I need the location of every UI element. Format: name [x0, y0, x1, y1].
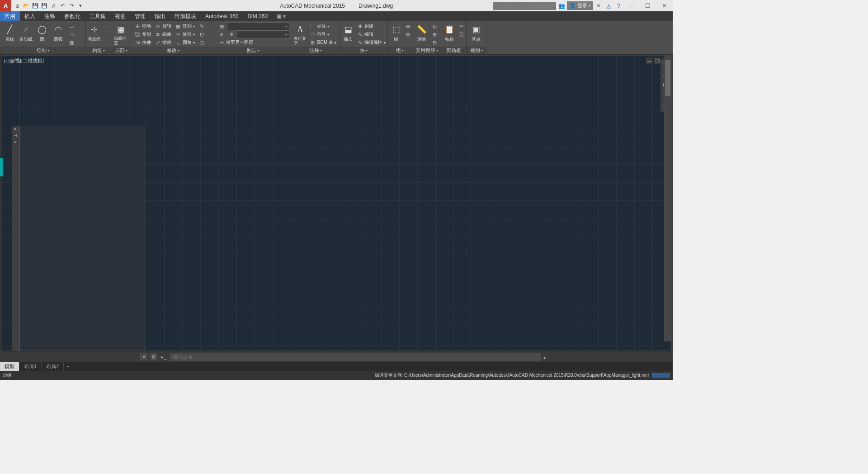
cmd-history-icon[interactable]: ▴ — [543, 355, 551, 360]
tool-palette[interactable]: ✕ ⊣ ≡ 最近工具 — [19, 126, 145, 351]
scale-button[interactable]: ⤢缩放 — [153, 38, 173, 47]
plot-icon[interactable]: 🖨 — [49, 2, 57, 10]
exchange-icon[interactable]: ✕ — [594, 2, 603, 10]
tab-addins[interactable]: 附加模块 — [170, 11, 201, 21]
new-icon[interactable]: 🗎 — [13, 2, 21, 10]
cmd-close-icon[interactable]: ✕ — [140, 353, 147, 360]
group-fly2[interactable]: ⊟ — [403, 30, 412, 38]
saveas-icon[interactable]: 💾 — [40, 2, 48, 10]
layer-selector[interactable]: ▾ — [227, 22, 289, 30]
move-to-layer-button[interactable]: ↪移至另一图层 — [217, 38, 289, 47]
stretch-button[interactable]: ⇲拉伸 — [133, 38, 152, 47]
tab-common[interactable]: 常用 — [0, 11, 20, 21]
save-icon[interactable]: 💾 — [31, 2, 39, 10]
construction-line-button[interactable]: ⊹构造线 — [88, 22, 100, 43]
layer-fly-1[interactable]: ☀ — [217, 30, 226, 38]
doc-restore-icon[interactable]: ❐ — [654, 57, 660, 64]
scrollbar-thumb[interactable] — [665, 60, 670, 96]
search-icon[interactable]: 👥 — [557, 2, 566, 10]
draw-flyout-1[interactable]: ▭ — [67, 22, 76, 30]
layer-fly-2[interactable]: ❄ — [227, 30, 236, 38]
undo-icon[interactable]: ↶ — [58, 2, 66, 10]
status-left-text: 边缘 — [3, 372, 12, 379]
mod-fly-1[interactable]: ✎ — [197, 22, 206, 30]
palette-pin-icon[interactable]: ⊣ — [14, 133, 17, 138]
tab-layout1[interactable]: 布局1 — [19, 362, 42, 371]
move-button[interactable]: ✣移动 — [133, 22, 152, 30]
vertical-scrollbar[interactable] — [664, 56, 671, 341]
insert-block-button[interactable]: ⬓插入 — [342, 22, 354, 43]
tab-bim360[interactable]: BIM 360 — [243, 11, 272, 21]
minimize-button[interactable]: — — [624, 1, 639, 11]
create-block-button[interactable]: ✚创建 — [355, 22, 387, 30]
copy-clip-button[interactable]: ⿻ — [457, 30, 466, 38]
util-fly-3[interactable]: ⊟ — [430, 38, 439, 47]
symbol-button[interactable]: ⦾符号▾ — [308, 30, 338, 38]
baseview-button[interactable]: ▣基点 — [468, 22, 484, 43]
viewport-label[interactable]: [-][俯视][二维线框] — [4, 57, 44, 64]
tab-view[interactable]: 视图 — [110, 11, 130, 21]
drawing-area[interactable]: [-][俯视][二维线框] — ❐ ✕ ⚙ ✋ 🔍 ⟲ ▶ ✕ ⊣ ≡ 最近工具 — [1, 55, 672, 351]
tab-insert[interactable]: 插入 — [20, 11, 40, 21]
tab-parametric[interactable]: 参数化 — [60, 11, 85, 21]
help-icon[interactable]: ? — [614, 2, 623, 10]
close-button[interactable]: ✕ — [656, 1, 672, 11]
mtext-button[interactable]: A多行文字 — [293, 22, 307, 46]
array-button[interactable]: ▦阵列▾ — [174, 22, 196, 30]
dimension-button[interactable]: ⊢标注▾ — [308, 22, 338, 30]
maximize-button[interactable]: ☐ — [640, 1, 656, 11]
group-fly[interactable]: ⊞ — [403, 22, 412, 30]
tab-manage[interactable]: 管理 — [130, 11, 150, 21]
panel-layer-title: 图层▾ — [215, 47, 291, 54]
redo-icon[interactable]: ↷ — [67, 2, 75, 10]
palette-close-icon[interactable]: ✕ — [14, 127, 17, 132]
edit-block-button[interactable]: ✎编辑 — [355, 30, 387, 38]
measure-button[interactable]: 📏测量 — [414, 22, 429, 43]
construct-fly[interactable]: ▫ — [101, 22, 110, 30]
chevron-down-icon[interactable]: ▾ — [47, 48, 49, 52]
rotate-button[interactable]: ⟳旋转 — [153, 22, 173, 30]
command-input[interactable] — [170, 353, 541, 361]
line-button[interactable]: ╱直线 — [2, 22, 17, 43]
copy-button[interactable]: ⿻复制 — [133, 30, 152, 38]
qat-more-icon[interactable]: ▾ — [76, 2, 85, 10]
mod-fly-2[interactable]: ⊡ — [197, 30, 206, 38]
tab-model[interactable]: 模型 — [0, 362, 19, 371]
tab-annotate[interactable]: 注释 — [40, 11, 60, 21]
add-layout-icon[interactable]: + — [64, 364, 72, 369]
draw-flyout-2[interactable]: ⬭ — [67, 30, 76, 38]
trim-button[interactable]: ✂修剪▾ — [174, 30, 196, 38]
circle-button[interactable]: ◯圆 — [34, 22, 50, 43]
edit-attr-button[interactable]: ✎编辑属性▾ — [355, 38, 387, 47]
bom-button[interactable]: ⊞BOM 表▾ — [308, 38, 338, 47]
left-edge-marker[interactable] — [0, 158, 3, 176]
autodesk-icon[interactable]: ◬ — [604, 2, 613, 10]
help-search-input[interactable] — [493, 2, 556, 10]
tab-layout2[interactable]: 布局2 — [42, 362, 64, 371]
paste-button[interactable]: 📋粘贴 — [443, 22, 456, 43]
hide-position-button[interactable]: ▦隐藏位置 — [113, 22, 128, 46]
app-logo-icon[interactable]: A — [0, 0, 11, 11]
panel-clipboard: 📋粘贴 ✂⿻ 剪贴板 — [441, 21, 467, 54]
fillet-button[interactable]: ◟圆角▾ — [174, 38, 196, 47]
arc-button[interactable]: ◠圆弧 — [51, 22, 66, 43]
mod-fly-3[interactable]: ◫ — [197, 38, 206, 47]
util-fly-2[interactable]: ⊞ — [430, 30, 439, 38]
cut-button[interactable]: ✂ — [457, 22, 466, 30]
util-fly-1[interactable]: ⊡ — [430, 22, 439, 30]
draw-flyout-3[interactable]: ▦ — [67, 38, 76, 47]
tab-a360[interactable]: Autodesk 360 — [201, 11, 243, 21]
cmd-settings-icon[interactable]: ⚙ — [150, 353, 157, 360]
group-button[interactable]: ⬚组 — [390, 22, 402, 43]
mirror-button[interactable]: ⧉镜像 — [153, 30, 173, 38]
palette-menu-icon[interactable]: ≡ — [14, 140, 16, 144]
open-icon[interactable]: 📂 — [22, 2, 30, 10]
tab-toolsets[interactable]: 工具集 — [85, 11, 110, 21]
login-button[interactable]: 👤 登录 ▾ — [567, 1, 593, 10]
tab-output[interactable]: 输出 — [150, 11, 170, 21]
layer-selector-2[interactable]: ▾ — [237, 30, 289, 38]
doc-minimize-icon[interactable]: — — [646, 57, 652, 64]
layer-prop-button[interactable]: ▤ — [217, 22, 226, 30]
tab-expand-icon[interactable]: ▣ ▾ — [274, 11, 288, 21]
polyline-button[interactable]: ⟋多段线 — [18, 22, 33, 43]
